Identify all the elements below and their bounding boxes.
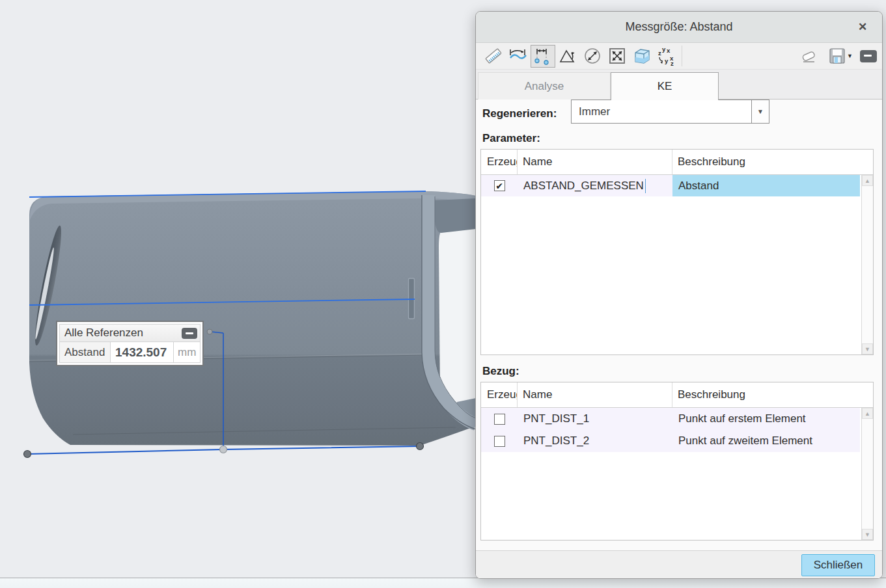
- toolbar-separator: [682, 46, 682, 66]
- text-cursor: [645, 179, 646, 193]
- tooltip-title: Alle Referenzen: [64, 327, 182, 340]
- measure-length-button[interactable]: [481, 45, 506, 68]
- reference-name: PNT_DIST_2: [518, 430, 672, 452]
- measurement-point-2[interactable]: [417, 443, 424, 450]
- status-bar: [0, 578, 886, 588]
- save-analysis-button[interactable]: ▼: [825, 45, 856, 68]
- scroll-up-icon[interactable]: ▲: [862, 175, 873, 186]
- scroll-down-icon[interactable]: ▼: [862, 529, 873, 540]
- collapse-tooltip-icon[interactable]: [182, 328, 197, 339]
- dialog-content: Regenerieren: Immer ▼ Parameter: Erzeuge…: [476, 100, 882, 579]
- measure-transform-button[interactable]: yxz xyz: [654, 45, 679, 68]
- regenerate-dropdown[interactable]: Immer ▼: [571, 100, 769, 124]
- table-row[interactable]: ✔ ABSTAND_GEMESSEN Abstand: [481, 175, 873, 196]
- measure-area-button[interactable]: [605, 45, 630, 68]
- column-header-create[interactable]: Erzeugen: [481, 382, 518, 407]
- messgroesse-dialog: Messgröße: Abstand ✕: [475, 11, 883, 579]
- distance-icon: [533, 46, 553, 66]
- measure-distance-button[interactable]: [531, 45, 555, 68]
- measure-angle-button[interactable]: [555, 45, 580, 68]
- checkbox-unchecked[interactable]: [494, 436, 505, 447]
- column-header-create[interactable]: Erzeugen: [481, 150, 518, 174]
- dialog-toolbar: yxz xyz: [476, 43, 882, 70]
- ruler-icon: [484, 46, 503, 66]
- handle-slot: [409, 278, 415, 319]
- parameter-description[interactable]: Abstand: [672, 175, 860, 196]
- reference-table: Erzeugen Name Beschreibung PNT_DIST_1 Pu…: [480, 382, 874, 541]
- chevron-down-icon[interactable]: ▼: [751, 100, 769, 123]
- parameter-name: ABSTAND_GEMESSEN: [523, 180, 644, 193]
- tab-analyse[interactable]: Analyse: [478, 72, 611, 100]
- svg-text:z: z: [671, 60, 674, 66]
- scroll-up-icon[interactable]: ▲: [862, 408, 873, 419]
- checkbox-unchecked[interactable]: [494, 414, 505, 425]
- dialog-button-bar: Schließen: [476, 550, 882, 579]
- table-row[interactable]: PNT_DIST_2 Punkt auf zweitem Element: [481, 430, 873, 452]
- tab-ke[interactable]: KE: [611, 72, 719, 100]
- save-dropdown-caret[interactable]: ▼: [847, 53, 853, 59]
- measure-diameter-button[interactable]: [580, 45, 605, 68]
- diameter-icon: [583, 46, 602, 66]
- angle-icon: [558, 46, 577, 66]
- parameter-table-header: Erzeugen Name Beschreibung: [481, 150, 873, 175]
- dialog-tabbar: Analyse KE: [476, 70, 882, 100]
- dialog-title: Messgröße: Abstand: [625, 20, 732, 34]
- close-icon[interactable]: ✕: [855, 20, 870, 35]
- application-window: Alle Referenzen Abstand 1432.507 mm Mess…: [0, 0, 886, 588]
- reference-description: Punkt auf zweitem Element: [672, 430, 860, 452]
- regenerate-value: Immer: [572, 100, 751, 123]
- dialog-titlebar[interactable]: Messgröße: Abstand ✕: [476, 12, 882, 43]
- volume-icon: [632, 46, 652, 66]
- svg-text:y: y: [662, 46, 666, 53]
- measure-curve-button[interactable]: [506, 45, 531, 68]
- svg-text:x: x: [667, 47, 671, 54]
- measurement-tooltip-row: Abstand 1432.507 mm: [59, 342, 201, 363]
- parameter-section-label: Parameter:: [482, 132, 540, 145]
- svg-text:y: y: [665, 57, 669, 64]
- collapse-dialog-icon[interactable]: [860, 50, 877, 62]
- checkbox-checked[interactable]: ✔: [494, 180, 505, 191]
- scroll-down-icon[interactable]: ▼: [862, 343, 873, 354]
- column-header-name[interactable]: Name: [518, 150, 672, 174]
- measurement-tooltip: Alle Referenzen Abstand 1432.507 mm: [56, 321, 204, 366]
- reference-table-scrollbar[interactable]: ▲ ▼: [861, 408, 873, 540]
- reference-description: Punkt auf erstem Element: [672, 408, 860, 430]
- regenerate-label: Regenerieren:: [482, 107, 557, 120]
- tooltip-measure-value: 1432.507: [111, 342, 174, 362]
- tooltip-measure-unit: mm: [174, 342, 200, 362]
- column-header-name[interactable]: Name: [518, 382, 672, 407]
- transform-icon: [607, 46, 627, 66]
- tooltip-measure-label: Abstand: [60, 342, 111, 362]
- parameter-table: Erzeugen Name Beschreibung ✔ ABSTAND_GEM…: [480, 149, 874, 355]
- save-icon: [828, 47, 846, 65]
- measure-volume-button[interactable]: [630, 45, 654, 68]
- reference-name: PNT_DIST_1: [518, 408, 672, 430]
- reference-table-header: Erzeugen Name Beschreibung: [481, 382, 873, 408]
- clear-results-button[interactable]: [796, 45, 821, 68]
- column-header-description[interactable]: Beschreibung: [672, 150, 860, 174]
- measurement-tooltip-header: Alle Referenzen: [59, 324, 201, 342]
- reference-section-label: Bezug:: [482, 365, 519, 378]
- schliessen-button[interactable]: Schließen: [801, 554, 875, 576]
- table-row[interactable]: PNT_DIST_1 Punkt auf erstem Element: [481, 408, 873, 430]
- svg-text:z: z: [658, 49, 661, 57]
- tooltip-anchor-point: [207, 329, 212, 334]
- parameter-table-scrollbar[interactable]: ▲ ▼: [861, 175, 873, 354]
- window-upper-band: [435, 198, 476, 233]
- eraser-icon: [799, 46, 818, 66]
- measurement-point-1[interactable]: [24, 451, 31, 458]
- column-header-description[interactable]: Beschreibung: [672, 382, 860, 407]
- coordinate-system-icon: yxz xyz: [656, 46, 678, 66]
- measurement-midpoint[interactable]: [220, 446, 227, 453]
- curve-length-icon: [508, 46, 528, 66]
- window-opening: [439, 228, 476, 404]
